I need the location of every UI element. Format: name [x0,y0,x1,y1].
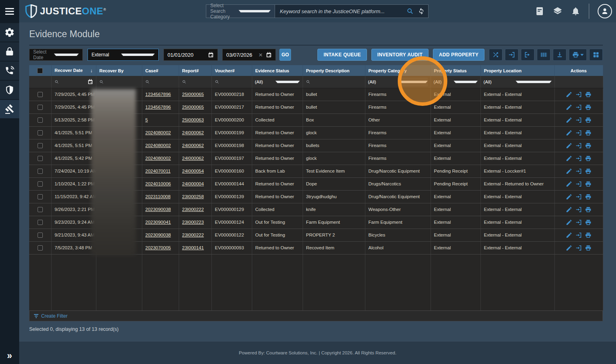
filter-property-description[interactable] [306,80,362,84]
col-evidence-status[interactable]: Evidence Status [252,65,303,76]
case-number-link[interactable]: 1234567896 [146,105,171,109]
check-in-icon[interactable] [575,129,582,136]
calendar-icon[interactable] [88,79,93,85]
report-number-link[interactable]: 23I000258 [182,194,204,199]
check-in-icon[interactable] [575,181,582,187]
notifications-bell-icon[interactable] [571,6,580,16]
row-checkbox[interactable] [38,194,43,199]
row-checkbox[interactable] [38,220,43,225]
check-in-icon[interactable] [575,219,582,226]
row-checkbox[interactable] [38,105,43,110]
case-number-link[interactable]: 2023070005 [146,245,171,250]
check-in-icon[interactable] [575,245,582,251]
sidebar-item-evidence[interactable] [0,100,19,118]
filter-recover-date[interactable] [54,79,93,85]
filter-voucher[interactable] [215,80,249,84]
report-number-link[interactable]: 23I000223 [182,220,204,225]
row-checkbox[interactable] [38,245,43,251]
table-row[interactable]: 11/15/2023, 9:42 AM 2023110008 23I000258… [29,190,603,203]
case-number-link[interactable]: 2023110008 [146,194,171,199]
calendar-icon[interactable] [266,52,272,58]
row-checkbox[interactable] [38,117,43,123]
print-icon[interactable] [585,129,592,136]
table-row[interactable]: 7/29/2025, 4:45 PM 1234567896 25I000065 … [29,101,603,113]
check-out-button[interactable] [521,49,534,61]
edit-pencil-icon[interactable] [566,104,572,111]
edit-pencil-icon[interactable] [566,155,572,162]
table-row[interactable]: 9/26/2023, 2:21 PM 2023090038 23I000222 … [29,203,603,216]
download-button[interactable] [553,49,566,61]
check-in-icon[interactable] [575,155,582,162]
col-case[interactable]: Case# [142,65,179,76]
filter-property-location-dropdown[interactable]: (All) [484,80,552,84]
filter-property-status-dropdown[interactable]: (All) [434,80,478,84]
edit-pencil-icon[interactable] [566,232,572,239]
case-number-link[interactable]: 2024080002 [146,156,171,161]
filter-report[interactable] [182,80,209,84]
barcode-button[interactable] [537,49,550,61]
print-icon[interactable] [585,232,592,239]
edit-pencil-icon[interactable] [566,245,572,251]
date-from-input[interactable]: 01/01/2020 [163,49,218,61]
row-checkbox[interactable] [38,143,43,148]
row-checkbox[interactable] [38,92,43,97]
check-in-icon[interactable] [575,232,582,239]
print-icon[interactable] [585,155,592,162]
inventory-audit-button[interactable]: INVENTORY AUDIT [371,49,429,61]
go-button[interactable]: GO [279,49,291,61]
table-row[interactable]: 7/29/2025, 4:45 PM 1234567896 25I000065 … [29,88,603,101]
table-row[interactable]: 9/23/2023, 9:24 AM 2023090041 23I000223 … [29,216,603,229]
grid-view-button[interactable] [589,49,603,61]
col-property-category[interactable]: Property Category [365,65,431,76]
expand-sidebar-chevrons[interactable]: » [0,349,19,362]
check-in-button[interactable] [505,49,518,61]
report-number-link[interactable]: 24I000062 [182,156,204,161]
row-checkbox[interactable] [38,233,43,238]
print-icon[interactable] [585,206,592,213]
report-number-link[interactable]: 24I000054 [182,169,204,173]
select-all-checkbox[interactable] [37,68,43,74]
filter-property-category-dropdown[interactable]: (All) [368,78,428,86]
case-number-link[interactable]: 2024080002 [146,130,171,135]
row-checkbox[interactable] [38,181,43,187]
filter-case[interactable] [145,80,176,84]
create-filter-button[interactable]: Create Filter [29,310,603,321]
edit-pencil-icon[interactable] [566,91,572,98]
sidebar-item-dispatch[interactable] [0,62,19,80]
sync-icon[interactable] [418,8,425,15]
check-in-icon[interactable] [575,206,582,213]
user-avatar[interactable] [598,4,612,18]
case-number-link[interactable]: 1234567896 [146,92,171,97]
report-number-link[interactable]: 25I000065 [182,92,204,97]
report-number-link[interactable]: 25I000065 [182,105,204,109]
date-to-input[interactable]: 03/07/2026 × [222,49,276,61]
add-property-button[interactable]: ADD PROPERTY [433,49,484,61]
case-number-link[interactable]: 2024010006 [146,181,171,186]
check-in-icon[interactable] [575,117,582,123]
case-number-link[interactable]: 2023090038 [146,207,171,212]
intake-queue-button[interactable]: INTAKE QUEUE [317,49,367,61]
row-checkbox[interactable] [38,156,43,161]
print-button[interactable] [569,49,587,61]
report-number-link[interactable]: 23I000222 [182,207,204,212]
check-in-icon[interactable] [575,104,582,111]
report-number-link[interactable]: 24I000004 [182,181,204,186]
print-icon[interactable] [585,219,592,226]
col-property-location[interactable]: Property Location [480,65,554,76]
search-icon[interactable] [407,8,414,15]
col-property-status[interactable]: Property Status [431,65,480,76]
clear-date-icon[interactable]: × [259,52,263,58]
edit-pencil-icon[interactable] [566,117,572,123]
print-icon[interactable] [585,91,592,98]
edit-pencil-icon[interactable] [566,168,572,175]
edit-pencil-icon[interactable] [566,219,572,226]
sidebar-item-settings[interactable] [0,23,19,42]
transfer-button[interactable] [489,49,502,61]
case-number-link[interactable]: 2024070011 [146,169,171,173]
sidebar-item-security[interactable] [0,42,19,61]
print-icon[interactable] [585,245,592,251]
keyword-search-input[interactable]: Keyword search in the JusticeONE platfor… [275,5,428,18]
filter-recover-by[interactable] [99,80,139,84]
col-voucher[interactable]: Voucher# [211,65,252,76]
print-icon[interactable] [585,104,592,111]
